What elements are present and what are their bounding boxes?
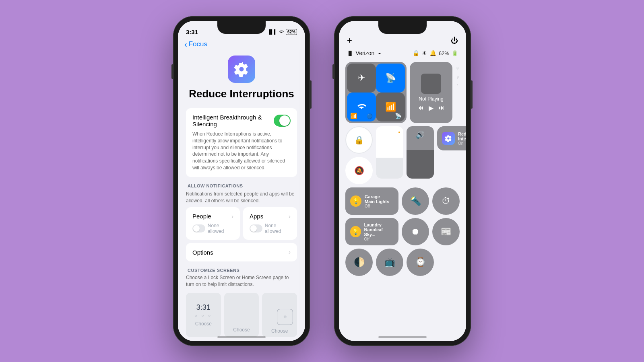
volume-dots: ⋮ (456, 82, 460, 86)
focus-sub-icon: 📡 (395, 113, 402, 119)
focus-icon (228, 56, 255, 83)
customize-header: CUSTOMIZE SCREENS (188, 268, 297, 273)
airplane-tile[interactable]: ✈ (347, 64, 376, 93)
apps-toggle[interactable] (250, 224, 262, 232)
watchface-tile[interactable]: ⌚ (407, 249, 434, 276)
lock-screen-preview[interactable]: 3:31 ○ ○ ○ Choose (186, 293, 221, 337)
timer-icon: ⏱ (442, 196, 450, 206)
hotspot-tile[interactable]: 📡 (376, 64, 405, 93)
cc-row-1: ✈ 📡 (345, 62, 460, 123)
cc-side-col: ♥ ♪ ⋮ (456, 62, 460, 123)
nav-bar: ‹ Focus (178, 39, 305, 51)
timer-tile[interactable]: ⏱ (432, 187, 460, 215)
people-card[interactable]: People › None allowed (186, 207, 240, 240)
toggle-row: Intelligent Breakthrough & Silencing (192, 114, 291, 128)
media-artwork (421, 74, 441, 94)
status-icons: ▐▌▌ 62% (268, 29, 297, 35)
back-label: Focus (189, 40, 207, 48)
garage-lights-tile[interactable]: 💡 Garage Main Lights Off (345, 187, 398, 215)
dark-mode-icon: 🌓 (354, 257, 365, 267)
news-tile[interactable]: 📰 (432, 218, 460, 245)
silent-tile[interactable]: 🔕 (345, 157, 373, 184)
power-icon[interactable]: ⏻ (451, 37, 458, 45)
cc-row-5: 🌓 📺 ⌚ (345, 249, 460, 276)
media-tile[interactable]: Not Playing ⏮ ▶ ⏭ (410, 62, 452, 123)
connectivity-tile[interactable]: ✈ 📡 (345, 62, 407, 123)
wifi-tile[interactable]: 📶 🔵 (347, 93, 376, 121)
plus-icon[interactable]: + (347, 35, 352, 46)
cellular-tile[interactable]: 📶 📡 (376, 93, 405, 121)
volume-icon: 🔊 (416, 130, 425, 139)
time-display: 3:31 (186, 29, 198, 35)
remote-icon: 📺 (384, 257, 395, 267)
options-card[interactable]: Options › (186, 243, 297, 261)
notch (217, 21, 266, 34)
volume-fill (407, 150, 434, 179)
heart-icon: ♥ (456, 65, 459, 72)
lock-rotation-tile[interactable]: 🔒 (345, 126, 373, 154)
prev-button[interactable]: ⏮ (417, 104, 424, 111)
focus-reduce-tile[interactable]: Reduce Interruptions On (437, 126, 466, 150)
notch-right (378, 21, 427, 34)
people-sub: None allowed (208, 223, 233, 234)
home-indicator-right (378, 336, 427, 338)
play-button[interactable]: ▶ (429, 104, 433, 112)
lock-choose-label: Choose (195, 321, 212, 327)
battery-icon-right: 🔋 (452, 50, 458, 56)
record-icon: ⏺ (411, 226, 420, 237)
home-indicator (217, 336, 266, 338)
watchface-icon: ⌚ (415, 257, 426, 267)
wifi-cc-icon (356, 101, 367, 113)
laundry-text: Laundry Nanoleaf Sky... Off (364, 222, 394, 241)
home-screen-preview[interactable]: Choose (224, 293, 259, 337)
home-choose-label: Choose (233, 327, 250, 333)
apps-card-title: Apps › (250, 213, 291, 220)
screen-record-tile[interactable]: ⏺ (402, 218, 429, 245)
bell-icon: 🔔 (429, 50, 436, 56)
screen-previews: 3:31 ○ ○ ○ Choose Choose (186, 293, 297, 337)
cc-row-3: 💡 Garage Main Lights Off 🔦 ⏱ (345, 187, 460, 215)
garage-light-icon: 💡 (350, 195, 361, 207)
cc-grid: ✈ 📡 (339, 60, 466, 278)
news-icon: 📰 (441, 226, 452, 237)
flashlight-tile[interactable]: 🔦 (402, 187, 429, 215)
battery-icon: 62% (286, 29, 297, 35)
brightness-tile[interactable] (376, 126, 403, 179)
cc-right-small-col: Reduce Interruptions On (437, 126, 466, 150)
toggle-desc: When Reduce Interruptions is active, int… (192, 131, 291, 171)
back-chevron-icon: ‹ (184, 40, 187, 48)
people-chevron-icon: › (231, 213, 233, 220)
airplane-icon: ✈ (358, 73, 365, 83)
hotspot-icon: 📡 (385, 73, 396, 83)
battery-right: 62% (439, 50, 449, 56)
volume-tile[interactable]: 🔊 (407, 126, 434, 179)
brightness-fill (376, 158, 403, 179)
people-card-title: People › (192, 213, 233, 220)
remote-tile[interactable]: 📺 (376, 249, 403, 276)
laundry-tile[interactable]: 💡 Laundry Nanoleaf Sky... Off (345, 218, 398, 245)
intelligent-toggle[interactable] (274, 115, 291, 127)
next-button[interactable]: ⏭ (438, 104, 445, 111)
silent-icon: 🔕 (354, 166, 364, 175)
dark-mode-tile[interactable]: 🌓 (345, 249, 373, 276)
media-controls: ⏮ ▶ ⏭ (417, 104, 445, 112)
people-toggle[interactable] (192, 224, 205, 232)
signal-icon: ▐▌▌ (268, 29, 277, 34)
signal-cc-icon: 📶 (385, 102, 396, 112)
allow-section-header: ALLOW NOTIFICATIONS (188, 183, 297, 188)
apps-card[interactable]: Apps › None allowed (243, 207, 297, 240)
back-button[interactable]: ‹ Focus (184, 40, 207, 48)
options-label: Options (192, 249, 213, 256)
cellular-sub-icon: 📶 (350, 113, 357, 119)
lock-rotation-icon: 🔒 (354, 135, 364, 145)
cc-left-small-col: 🔒 🔕 (345, 126, 373, 184)
bt-sub-icon: 🔵 (367, 113, 373, 119)
third-screen-preview[interactable]: ⊕ Choose (262, 293, 297, 337)
focus-icon-container (186, 56, 297, 83)
cc-row-2: 🔒 🔕 🔊 (345, 126, 460, 184)
customize-desc: Choose a Lock Screen or Home Screen page… (186, 274, 297, 288)
wifi-icon-right (377, 50, 382, 56)
content-area: Reduce Interruptions Intelligent Breakth… (178, 51, 305, 341)
options-chevron-icon: › (289, 249, 291, 256)
apps-sub: None allowed (265, 223, 291, 234)
